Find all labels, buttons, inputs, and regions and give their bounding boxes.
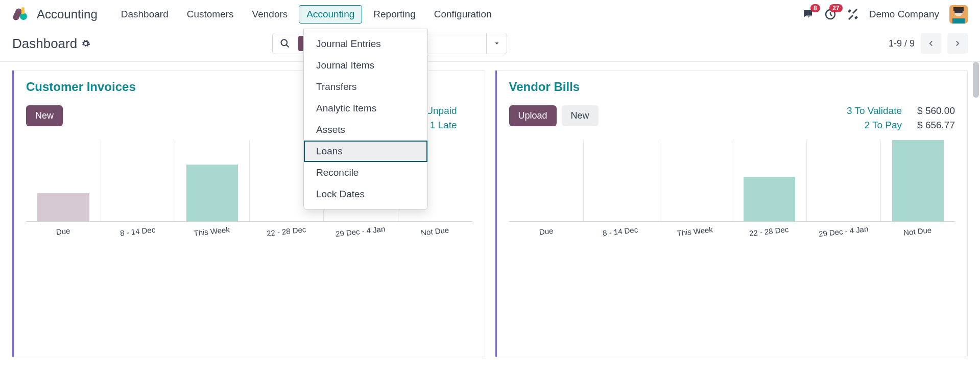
pager-next-button[interactable] — [947, 33, 968, 54]
menu-assets[interactable]: Assets — [304, 119, 427, 141]
nav-customers[interactable]: Customers — [180, 6, 241, 23]
chart-axis-label: 8 - 14 Dec — [100, 218, 176, 246]
chart-bar[interactable] — [186, 165, 238, 222]
chart-bar[interactable] — [892, 140, 944, 222]
nav-configuration[interactable]: Configuration — [427, 6, 499, 23]
to-validate-amount: $ 560.00 — [917, 105, 955, 117]
chart-bar[interactable] — [37, 193, 89, 222]
chart-axis-label: 22 - 28 Dec — [731, 218, 807, 246]
messages-icon[interactable]: 8 — [802, 8, 814, 20]
nav-accounting[interactable]: Accounting — [299, 5, 362, 24]
chart-axis-label: This Week — [174, 218, 250, 246]
chart-axis-label: Not Due — [880, 218, 956, 246]
messages-badge: 8 — [810, 4, 820, 12]
menu-transfers[interactable]: Transfers — [304, 76, 427, 98]
to-pay-link[interactable]: 2 To Pay — [847, 120, 902, 131]
app-name[interactable]: Accounting — [37, 7, 98, 21]
menu-reconcile[interactable]: Reconcile — [304, 162, 427, 183]
svg-rect-2 — [21, 7, 25, 14]
search-options-toggle[interactable] — [486, 33, 507, 54]
chart-axis-label: This Week — [657, 218, 733, 246]
activities-icon[interactable]: 27 — [824, 8, 836, 20]
activities-badge: 27 — [829, 4, 842, 12]
chart-axis-label: Not Due — [397, 218, 473, 246]
to-validate-link[interactable]: 3 To Validate — [847, 105, 902, 117]
nav-reporting[interactable]: Reporting — [366, 6, 422, 23]
nav-vendors[interactable]: Vendors — [245, 6, 295, 23]
accounting-dropdown: Journal Entries Journal Items Transfers … — [303, 29, 428, 210]
pager-text[interactable]: 1-9 / 9 — [889, 38, 915, 49]
chart-axis-label: 29 Dec - 4 Jan — [805, 218, 881, 246]
chart-axis-label: Due — [25, 218, 101, 246]
menu-journal-entries[interactable]: Journal Entries — [304, 33, 427, 55]
user-avatar[interactable] — [949, 5, 968, 24]
gear-icon[interactable] — [81, 36, 90, 52]
scrollbar[interactable] — [973, 62, 979, 365]
upload-bill-button[interactable]: Upload — [509, 105, 557, 126]
svg-rect-8 — [952, 18, 965, 24]
breadcrumb: Dashboard — [12, 36, 90, 52]
main-nav: Dashboard Customers Vendors Accounting R… — [114, 5, 499, 24]
menu-analytic-items[interactable]: Analytic Items — [304, 98, 427, 119]
topbar: Accounting Dashboard Customers Vendors A… — [0, 0, 980, 29]
chart-axis-label: 8 - 14 Dec — [582, 218, 658, 246]
menu-lock-dates[interactable]: Lock Dates — [304, 183, 427, 205]
new-bill-button[interactable]: New — [562, 105, 599, 126]
chart-axis-label: 22 - 28 Dec — [248, 218, 324, 246]
pager-prev-button[interactable] — [921, 33, 941, 54]
kanban-content: Customer Invoices New 4 Unpaid 1 Late Du… — [0, 62, 980, 365]
company-switcher[interactable]: Demo Company — [869, 9, 939, 20]
to-pay-amount: $ 656.77 — [917, 120, 955, 131]
svg-point-9 — [281, 40, 288, 46]
card-title[interactable]: Vendor Bills — [509, 80, 955, 94]
topbar-right: 8 27 Demo Company — [802, 5, 968, 24]
new-invoice-button[interactable]: New — [26, 105, 63, 126]
card-vendor-bills[interactable]: Vendor Bills Upload New 3 To Validate $ … — [495, 70, 968, 357]
search-icon — [273, 38, 297, 49]
control-panel: Dashboard 1-9 / 9 — [0, 29, 980, 62]
nav-dashboard[interactable]: Dashboard — [114, 6, 176, 23]
page-title: Dashboard — [12, 36, 77, 52]
app-logo[interactable] — [12, 6, 29, 22]
tools-icon[interactable] — [847, 8, 859, 20]
svg-rect-7 — [953, 7, 964, 11]
pager: 1-9 / 9 — [889, 33, 968, 54]
chart-axis-label: 29 Dec - 4 Jan — [323, 218, 399, 246]
bills-chart: Due8 - 14 DecThis Week22 - 28 Dec29 Dec … — [509, 140, 955, 242]
chart-bar[interactable] — [744, 177, 795, 222]
menu-journal-items[interactable]: Journal Items — [304, 55, 427, 76]
chart-axis-label: Due — [508, 218, 584, 246]
menu-loans[interactable]: Loans — [304, 141, 427, 162]
